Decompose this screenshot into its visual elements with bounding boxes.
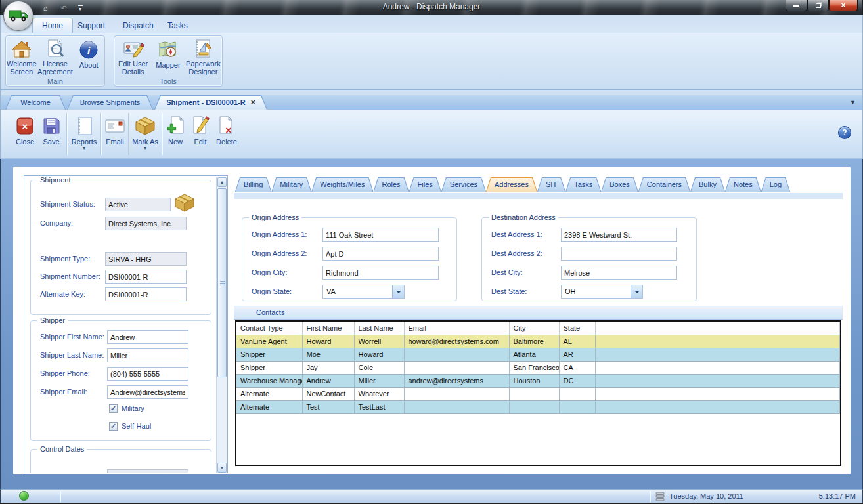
- dest-address2-field[interactable]: [561, 247, 677, 261]
- tab-files[interactable]: Files: [409, 177, 441, 192]
- edit-button[interactable]: Edit: [189, 114, 211, 154]
- shipper-first-name-field[interactable]: [107, 330, 188, 344]
- new-button[interactable]: New: [164, 114, 187, 154]
- ribbon-tab-support[interactable]: Support: [68, 18, 114, 33]
- contact-row[interactable]: ShipperMoeHoward AtlantaAR: [236, 348, 840, 361]
- contacts-grid: Contact Type First Name Last Name Email …: [235, 320, 841, 466]
- document-tab-bar: Welcome Browse Shipments Shipment - DSI0…: [0, 95, 863, 110]
- left-panel-scrollbar[interactable]: ▲ ▼: [216, 177, 227, 473]
- application-menu-button[interactable]: [3, 1, 33, 31]
- origin-city-field[interactable]: [322, 266, 439, 280]
- self-haul-checkbox[interactable]: ✓: [109, 422, 118, 430]
- email-button[interactable]: Email: [102, 114, 127, 154]
- reports-button[interactable]: Reports ▾: [69, 114, 99, 154]
- column-header[interactable]: Contact Type: [236, 322, 302, 335]
- scroll-down-icon[interactable]: ▼: [217, 463, 227, 472]
- shipper-last-name-field[interactable]: [107, 348, 188, 362]
- origin-state-combobox[interactable]: VA: [322, 285, 405, 299]
- tab-billing[interactable]: Billing: [235, 177, 271, 192]
- mark-as-button[interactable]: Mark As ▾: [130, 114, 160, 154]
- tab-tasks[interactable]: Tasks: [565, 177, 601, 192]
- company-field[interactable]: [105, 217, 187, 230]
- shipment-status-field[interactable]: [105, 198, 171, 211]
- home-icon[interactable]: ⌂: [38, 3, 53, 14]
- combo-dropdown-icon[interactable]: [392, 285, 404, 298]
- ribbon-tab-dispatch[interactable]: Dispatch: [114, 18, 163, 33]
- license-agreement-button[interactable]: x— License Agreement: [37, 38, 74, 75]
- shipment-type-field[interactable]: [105, 252, 187, 266]
- doc-tab-browse-shipments[interactable]: Browse Shipments: [67, 95, 153, 110]
- delete-button[interactable]: × Delete: [212, 114, 241, 154]
- column-header[interactable]: State: [559, 322, 595, 335]
- column-header[interactable]: City: [509, 322, 559, 335]
- tab-addresses[interactable]: Addresses: [486, 177, 537, 192]
- contact-row[interactable]: Warehouse ManagerAndrewMiller andrew@dir…: [236, 374, 840, 387]
- ribbon-group-label: Tools: [114, 77, 222, 85]
- content-top-band: [234, 193, 843, 199]
- tab-services[interactable]: Services: [441, 177, 486, 192]
- tab-notes[interactable]: Notes: [725, 177, 761, 192]
- column-header[interactable]: First Name: [302, 322, 354, 335]
- scroll-up-icon[interactable]: ▲: [217, 177, 227, 187]
- undo-icon[interactable]: ↶: [56, 3, 71, 14]
- doc-tab-shipment[interactable]: Shipment - DSI00001-R×: [154, 95, 267, 110]
- column-header[interactable]: Last Name: [354, 322, 404, 335]
- origin-address1-field[interactable]: [322, 228, 439, 242]
- edit-pencil-icon: [190, 116, 211, 136]
- doc-tab-welcome[interactable]: Welcome: [5, 95, 66, 110]
- tab-log[interactable]: Log: [761, 177, 790, 192]
- designer-icon: [192, 39, 213, 59]
- origin-address2-field[interactable]: [322, 247, 439, 261]
- restore-button[interactable]: [807, 0, 829, 11]
- shipper-email-label: Shipper Email:: [40, 388, 87, 396]
- control-date-field[interactable]: [107, 469, 188, 473]
- status-bar: Tuesday, May 10, 2011 5:13:17 PM: [0, 489, 863, 503]
- contact-row-selected[interactable]: VanLine AgentHowardWorrell howard@direct…: [236, 335, 840, 348]
- shipment-toolbar: × Close Save Reports ▾: [0, 110, 863, 159]
- combo-dropdown-icon[interactable]: [631, 285, 642, 298]
- shipment-number-field[interactable]: [105, 270, 187, 284]
- welcome-screen-button[interactable]: Welcome Screen: [6, 38, 37, 75]
- tab-list-chevron-icon[interactable]: ▼: [850, 99, 856, 106]
- close-icon: ×: [841, 1, 845, 9]
- info-icon: i: [78, 39, 99, 60]
- dest-state-combobox[interactable]: OH: [561, 285, 643, 299]
- tab-close-icon[interactable]: ×: [251, 98, 255, 106]
- dest-city-field[interactable]: [561, 266, 677, 280]
- ribbon-body: Welcome Screen x— License Agreement: [0, 33, 863, 90]
- minimize-button[interactable]: [786, 0, 807, 11]
- column-header[interactable]: Email: [404, 322, 509, 335]
- package-box-icon: [135, 116, 156, 136]
- save-button[interactable]: Save: [39, 114, 64, 154]
- tab-military[interactable]: Military: [271, 177, 311, 192]
- ribbon-tab-tasks[interactable]: Tasks: [158, 18, 197, 33]
- shipper-phone-field[interactable]: [107, 367, 188, 381]
- tab-bulky[interactable]: Bulky: [690, 177, 725, 192]
- military-checkbox[interactable]: ✓: [109, 404, 118, 413]
- column-header-filler: [595, 322, 840, 335]
- contacts-section-header[interactable]: Contacts: [234, 306, 843, 320]
- ribbon-tab-home[interactable]: Home: [32, 18, 73, 33]
- tab-sit[interactable]: SIT: [537, 177, 565, 192]
- mapper-button[interactable]: Mapper: [152, 38, 185, 75]
- tab-boxes[interactable]: Boxes: [601, 177, 638, 192]
- tab-containers[interactable]: Containers: [638, 177, 690, 192]
- help-icon[interactable]: ?: [838, 126, 851, 139]
- dest-address1-field[interactable]: [561, 228, 677, 242]
- contact-row[interactable]: ShipperJayCole San FranciscoCA: [236, 361, 840, 374]
- tab-weights-miles[interactable]: Weights/Miles: [311, 177, 373, 192]
- paperwork-designer-button[interactable]: Paperwork Designer: [185, 38, 222, 75]
- about-button[interactable]: i About: [73, 38, 104, 75]
- contact-row[interactable]: AlternateTestTestLast: [236, 400, 840, 413]
- contact-row[interactable]: AlternateNewContactWhatever: [236, 387, 840, 400]
- shipper-email-field[interactable]: [107, 385, 188, 399]
- close-window-button[interactable]: ×: [829, 0, 858, 11]
- edit-user-details-button[interactable]: Edit User Details: [114, 38, 152, 75]
- tab-roles[interactable]: Roles: [373, 177, 409, 192]
- close-shipment-button[interactable]: × Close: [11, 114, 39, 154]
- shipment-detail-panel: Billing Military Weights/Miles Roles Fil…: [234, 177, 843, 474]
- qat-customize-chevron-icon[interactable]: ▾: [75, 3, 85, 14]
- scrollbar-thumb[interactable]: [217, 188, 227, 377]
- alternate-key-field[interactable]: [105, 287, 187, 301]
- user-edit-icon: [123, 39, 144, 59]
